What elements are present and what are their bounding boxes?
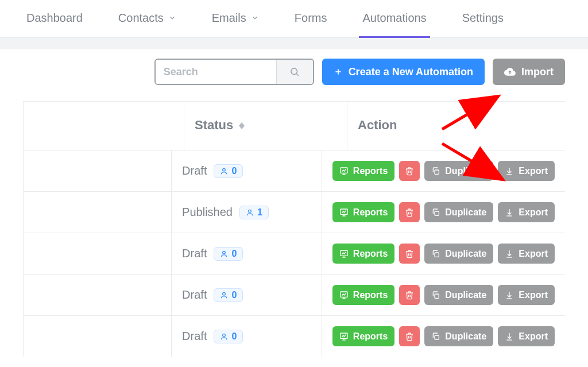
download-icon [505, 332, 514, 341]
search-button[interactable] [276, 60, 313, 84]
export-button[interactable]: Export [498, 161, 555, 181]
nav-contacts[interactable]: Contacts [115, 0, 180, 38]
button-label: Export [519, 207, 548, 218]
svg-point-12 [249, 210, 252, 213]
status-text: Draft [182, 288, 207, 302]
th-blank [24, 102, 184, 150]
count-value: 0 [231, 290, 237, 300]
copy-icon [431, 291, 440, 300]
count-value: 1 [257, 207, 262, 218]
table-header-row: Status Action [24, 102, 565, 150]
nav-label: Forms [295, 11, 327, 25]
reports-button[interactable]: Reports [332, 161, 394, 181]
automations-table: Status Action Draft0ReportsDuplicateExpo… [23, 101, 565, 357]
table-row: Draft0ReportsDuplicateExport [24, 315, 565, 357]
reports-icon [339, 291, 349, 300]
th-status[interactable]: Status [184, 102, 347, 150]
copy-icon [431, 167, 440, 176]
user-icon [220, 291, 228, 299]
reports-icon [339, 208, 349, 217]
copy-icon [431, 208, 440, 217]
table-row: Draft0ReportsDuplicateExport [24, 233, 565, 274]
td-blank [24, 150, 172, 191]
reports-button[interactable]: Reports [332, 285, 394, 305]
td-blank [24, 316, 172, 357]
duplicate-button[interactable]: Duplicate [424, 161, 493, 181]
reports-icon [339, 332, 349, 341]
th-label: Status [195, 118, 233, 132]
td-action: ReportsDuplicateExport [322, 316, 565, 357]
duplicate-button[interactable]: Duplicate [424, 244, 493, 264]
trash-icon [405, 208, 414, 217]
status-text: Draft [182, 247, 207, 260]
export-button[interactable]: Export [498, 202, 555, 222]
reports-button[interactable]: Reports [332, 326, 394, 346]
delete-button[interactable] [399, 285, 420, 305]
export-button[interactable]: Export [498, 244, 555, 264]
search-icon [289, 67, 300, 77]
count-value: 0 [231, 249, 237, 259]
create-automation-button[interactable]: Create a New Automation [322, 59, 485, 85]
export-button[interactable]: Export [498, 285, 555, 305]
contacts-count-badge[interactable]: 1 [239, 206, 269, 219]
user-icon [220, 250, 228, 258]
user-icon [220, 333, 228, 341]
nav-label: Settings [462, 11, 504, 25]
button-label: Export [519, 331, 548, 342]
contacts-count-badge[interactable]: 0 [214, 288, 243, 302]
sort-icon [239, 122, 245, 129]
delete-button[interactable] [399, 244, 420, 264]
duplicate-button[interactable]: Duplicate [424, 202, 493, 222]
td-status: Published1 [172, 192, 322, 233]
td-action: ReportsDuplicateExport [322, 150, 565, 191]
download-icon [505, 249, 514, 258]
contacts-count-badge[interactable]: 0 [214, 247, 243, 261]
contacts-count-badge[interactable]: 0 [214, 164, 243, 178]
nav-label: Dashboard [26, 11, 83, 25]
button-label: Reports [353, 331, 388, 342]
reports-icon [339, 249, 349, 258]
nav-settings[interactable]: Settings [459, 0, 507, 38]
trash-icon [405, 291, 414, 300]
import-button[interactable]: Import [493, 59, 565, 85]
svg-point-24 [223, 292, 226, 295]
td-status: Draft0 [172, 316, 322, 357]
button-label: Export [519, 166, 548, 176]
button-label: Import [521, 66, 554, 78]
svg-rect-22 [435, 253, 439, 257]
svg-point-0 [291, 68, 297, 75]
nav-dashboard[interactable]: Dashboard [23, 0, 86, 38]
reports-button[interactable]: Reports [332, 202, 394, 222]
td-blank [24, 233, 172, 274]
td-status: Draft0 [172, 275, 322, 315]
trash-icon [405, 167, 414, 176]
svg-rect-10 [435, 170, 439, 174]
button-label: Duplicate [445, 249, 486, 259]
reports-button[interactable]: Reports [332, 244, 394, 264]
nav-emails[interactable]: Emails [208, 0, 262, 38]
copy-icon [431, 249, 440, 258]
svg-point-30 [223, 334, 226, 337]
button-label: Create a New Automation [349, 66, 473, 78]
td-action: ReportsDuplicateExport [322, 192, 565, 233]
svg-point-18 [223, 251, 226, 254]
nav-forms[interactable]: Forms [291, 0, 331, 38]
contacts-count-badge[interactable]: 0 [214, 330, 243, 343]
delete-button[interactable] [399, 326, 420, 346]
td-status: Draft0 [172, 150, 322, 191]
svg-line-1 [297, 74, 299, 75]
copy-icon [431, 332, 440, 341]
delete-button[interactable] [399, 202, 420, 222]
delete-button[interactable] [399, 161, 420, 181]
td-blank [24, 275, 172, 315]
trash-icon [405, 332, 414, 341]
button-label: Reports [353, 290, 388, 300]
search-input[interactable] [156, 60, 276, 84]
svg-marker-5 [239, 126, 245, 129]
download-icon [505, 291, 514, 300]
svg-rect-16 [435, 211, 439, 215]
export-button[interactable]: Export [498, 326, 555, 346]
nav-automations[interactable]: Automations [359, 0, 430, 38]
duplicate-button[interactable]: Duplicate [424, 285, 493, 305]
duplicate-button[interactable]: Duplicate [424, 326, 493, 346]
